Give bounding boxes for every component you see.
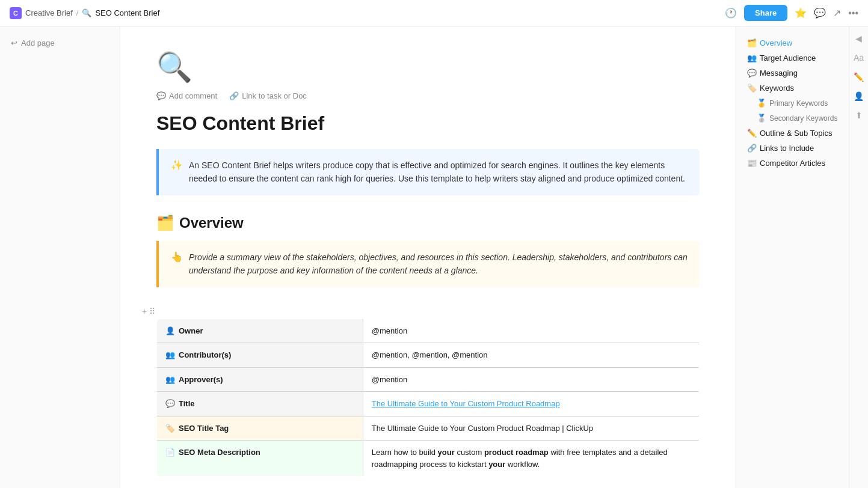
toc-label: Target Audience	[760, 53, 816, 63]
toc-label: Keywords	[760, 84, 794, 93]
overview-table: 👤 Owner @mention 👥 Contributor(s)	[156, 319, 700, 477]
table-row: 📄 SEO Meta Description Learn how to buil…	[157, 441, 700, 477]
owner-label-cell: 👤 Owner	[157, 319, 363, 343]
right-sidebar: 🗂️Overview👥Target Audience💬Messaging🏷️Ke…	[736, 26, 868, 488]
link-to-task-button[interactable]: 🔗 Link to task or Doc	[229, 91, 307, 100]
topbar: C Creative Brief / 🔍 SEO Content Brief 🕐…	[0, 0, 868, 26]
title-label: Title	[179, 398, 195, 410]
toc-item-primary-keywords[interactable]: 🥇Primary Keywords	[743, 96, 861, 110]
brand-icon: C	[10, 7, 22, 19]
star-icon[interactable]: ⭐	[795, 7, 807, 19]
owner-icon: 👤	[165, 325, 175, 337]
seo-meta-label: SEO Meta Description	[179, 447, 260, 459]
toc-item-competitor-articles[interactable]: 📰Competitor Articles	[743, 156, 861, 170]
toc-icon: 🔗	[747, 144, 757, 153]
link-icon: 🔗	[229, 91, 239, 100]
breadcrumb: C Creative Brief / 🔍 SEO Content Brief	[10, 7, 159, 19]
toc-icon: 👥	[747, 53, 757, 63]
title-link[interactable]: The Ultimate Guide to Your Custom Produc…	[372, 399, 560, 408]
toc-label: Secondary Keywords	[769, 114, 837, 123]
breadcrumb-separator: /	[76, 8, 79, 17]
seo-meta-value-cell[interactable]: Learn how to build your custom product r…	[363, 441, 699, 477]
link-label: Link to task or Doc	[242, 91, 307, 100]
title-icon: 💬	[165, 398, 175, 410]
toc-label: Links to Include	[760, 144, 814, 153]
toc-label: Overview	[760, 38, 792, 47]
toc-icon: 💬	[747, 69, 757, 78]
contributors-label: Contributor(s)	[179, 349, 231, 361]
table-of-contents: 🗂️Overview👥Target Audience💬Messaging🏷️Ke…	[743, 36, 861, 170]
add-page-button[interactable]: ↩ Add page	[7, 36, 112, 50]
share-upload-icon[interactable]: ⬆	[855, 111, 863, 120]
seo-meta-value: Learn how to build your custom product r…	[372, 448, 668, 469]
owner-label: Owner	[179, 325, 203, 337]
approvers-label: Approver(s)	[179, 374, 223, 386]
clock-icon[interactable]: 🕐	[725, 7, 737, 19]
point-icon: 👆	[171, 251, 183, 263]
info-box-blue: ✨ An SEO Content Brief helps writers pro…	[156, 149, 700, 195]
edit-icon[interactable]: ✏️	[854, 72, 864, 82]
approvers-value-cell[interactable]: @mention	[363, 367, 699, 392]
seo-tag-icon: 🏷️	[165, 422, 175, 435]
seo-title-label: SEO Title Tag	[179, 422, 229, 435]
toc-label: Outline & Sub Topics	[760, 129, 832, 138]
sidebar-tools: ◀ Aa ✏️ 👤 ⬆	[849, 26, 868, 488]
title-label-cell: 💬 Title	[157, 392, 363, 416]
seo-title-value-cell[interactable]: The Ultimate Guide to Your Custom Produc…	[363, 416, 699, 441]
seo-title-label-cell: 🏷️ SEO Title Tag	[157, 416, 363, 441]
action-bar: 💬 Add comment 🔗 Link to task or Doc	[156, 91, 700, 100]
toc-item-keywords[interactable]: 🏷️Keywords	[743, 81, 861, 95]
add-page-icon: ↩	[11, 38, 17, 47]
toc-item-overview[interactable]: 🗂️Overview	[743, 36, 861, 50]
add-row-button[interactable]: +	[142, 307, 147, 316]
toc-item-target-audience[interactable]: 👥Target Audience	[743, 51, 861, 65]
contributors-label-cell: 👥 Contributor(s)	[157, 343, 363, 368]
typography-icon[interactable]: Aa	[854, 53, 864, 63]
add-comment-button[interactable]: 💬 Add comment	[156, 91, 217, 100]
overview-heading: 🗂️ Overview	[156, 215, 700, 231]
seo-meta-icon: 📄	[165, 447, 175, 459]
doc-title: SEO Content Brief	[95, 8, 159, 17]
collapse-panel-icon[interactable]: ◀	[855, 34, 862, 43]
approvers-icon: 👥	[165, 374, 175, 386]
toc-item-outline-&-sub-topics[interactable]: ✏️Outline & Sub Topics	[743, 126, 861, 140]
contributors-value: @mention, @mention, @mention	[372, 350, 488, 359]
chat-icon[interactable]: 💬	[814, 7, 826, 19]
toc-label: Messaging	[760, 69, 798, 78]
info-box-yellow-text: Provide a summary view of the stakeholde…	[189, 251, 688, 278]
left-sidebar: ↩ Add page	[0, 26, 120, 488]
owner-value-cell[interactable]: @mention	[363, 319, 699, 343]
more-icon[interactable]: •••	[848, 8, 858, 19]
table-row: 👥 Approver(s) @mention	[157, 367, 700, 392]
overview-title: Overview	[179, 215, 244, 231]
owner-value: @mention	[372, 326, 407, 335]
title-value-cell[interactable]: The Ultimate Guide to Your Custom Produc…	[363, 392, 699, 416]
share-button[interactable]: Share	[744, 5, 787, 21]
table-row: 🏷️ SEO Title Tag The Ultimate Guide to Y…	[157, 416, 700, 441]
toc-icon: 🏷️	[747, 84, 757, 93]
toc-label: Competitor Articles	[760, 159, 825, 168]
toc-icon: 🥈	[757, 114, 766, 123]
approvers-label-cell: 👥 Approver(s)	[157, 367, 363, 392]
main-content: 🔍 💬 Add comment 🔗 Link to task or Doc SE…	[120, 26, 736, 488]
toc-icon: 🥇	[757, 99, 766, 108]
add-page-label: Add page	[21, 38, 55, 47]
page-title: SEO Content Brief	[156, 112, 700, 135]
export-icon[interactable]: ↗	[833, 7, 841, 19]
comment-icon: 💬	[156, 91, 166, 100]
parent-title: Creative Brief	[25, 8, 73, 17]
toc-item-messaging[interactable]: 💬Messaging	[743, 66, 861, 80]
overview-icon: 🗂️	[156, 215, 174, 231]
approvers-value: @mention	[372, 375, 407, 384]
info-box-blue-text: An SEO Content Brief helps writers produ…	[189, 159, 688, 186]
contributors-value-cell[interactable]: @mention, @mention, @mention	[363, 343, 699, 368]
toc-item-secondary-keywords[interactable]: 🥈Secondary Keywords	[743, 111, 861, 125]
table-row: 👥 Contributor(s) @mention, @mention, @me…	[157, 343, 700, 368]
drag-handle[interactable]: ⠿	[149, 307, 155, 316]
toc-item-links-to-include[interactable]: 🔗Links to Include	[743, 141, 861, 155]
user-settings-icon[interactable]: 👤	[854, 91, 864, 101]
layout: ↩ Add page 🔍 💬 Add comment 🔗 Link to tas…	[0, 26, 868, 488]
table-row: 💬 Title The Ultimate Guide to Your Custo…	[157, 392, 700, 416]
sparkle-icon: ✨	[171, 159, 183, 171]
doc-icon: 🔍	[156, 50, 700, 84]
